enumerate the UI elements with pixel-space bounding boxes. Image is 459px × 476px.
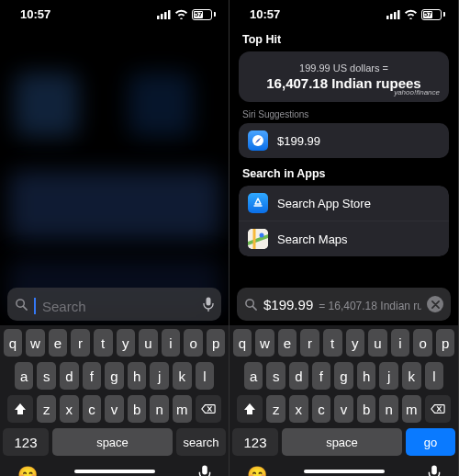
key-l[interactable]: l (196, 362, 215, 390)
search-maps-row[interactable]: Search Maps (239, 221, 449, 256)
keyboard: qwertyuiop asdfghjkl zxcvbnm 123 space s… (0, 325, 229, 476)
key-o[interactable]: o (184, 329, 203, 357)
phone-left: 10:57 57 Search qwertyuiop asdfghjkl zxc… (0, 0, 230, 476)
key-d[interactable]: d (60, 362, 79, 390)
key-q[interactable]: q (4, 329, 23, 357)
currency-conversion-card[interactable]: 199.99 US dollars = 16,407.18 Indian rup… (239, 51, 449, 102)
key-z[interactable]: z (37, 395, 56, 423)
shift-key[interactable] (7, 395, 33, 423)
siri-suggestions-label: Siri Suggestions (242, 109, 445, 119)
key-m[interactable]: m (173, 395, 192, 423)
search-icon (15, 298, 28, 312)
search-app-store-row[interactable]: Search App Store (239, 186, 449, 221)
wifi-icon (174, 9, 188, 19)
key-h[interactable]: h (128, 362, 147, 390)
emoji-key[interactable]: 😊 (17, 465, 38, 476)
key-n[interactable]: n (150, 395, 169, 423)
dictation-key[interactable] (198, 465, 211, 476)
key-w[interactable]: w (26, 329, 45, 357)
key-p[interactable]: p (207, 329, 226, 357)
suggestion-label: $199.99 (277, 134, 320, 148)
key-a[interactable]: a (15, 362, 34, 390)
key-c[interactable]: c (83, 395, 102, 423)
search-key[interactable]: search (176, 428, 226, 456)
status-time: 10:57 (250, 7, 280, 21)
spotlight-search-field[interactable]: Search (7, 288, 221, 321)
conversion-attribution: yahoo!finance (394, 88, 440, 96)
safari-icon (248, 130, 268, 151)
svg-rect-11 (390, 14, 393, 19)
svg-rect-3 (168, 10, 171, 19)
status-bar: 10:57 57 (230, 0, 458, 25)
key-e[interactable]: e (49, 329, 68, 357)
key-t[interactable]: t (94, 329, 113, 357)
numeric-key[interactable]: 123 (3, 428, 49, 456)
battery-icon: 57 (192, 9, 216, 20)
status-bar: 10:57 57 (0, 0, 229, 25)
space-key[interactable]: space (52, 428, 173, 456)
key-x[interactable]: x (60, 395, 79, 423)
svg-rect-1 (161, 14, 163, 19)
battery-icon: 57 (421, 9, 445, 20)
svg-rect-0 (157, 16, 160, 19)
search-placeholder: Search (42, 299, 86, 314)
wifi-icon (404, 9, 418, 19)
key-k[interactable]: k (173, 362, 192, 390)
svg-rect-2 (164, 12, 167, 19)
backspace-key[interactable] (196, 395, 221, 423)
key-s[interactable]: s (37, 362, 56, 390)
conversion-source: 199.99 US dollars = (250, 62, 438, 74)
svg-rect-13 (397, 10, 400, 19)
svg-line-5 (23, 306, 27, 310)
home-indicator[interactable] (74, 470, 155, 473)
svg-rect-10 (386, 16, 389, 19)
key-f[interactable]: f (83, 362, 102, 390)
svg-point-17 (260, 233, 264, 238)
svg-rect-8 (202, 466, 207, 475)
svg-rect-6 (207, 297, 211, 305)
top-hit-label: Top Hit (242, 33, 445, 46)
cellular-icon (157, 10, 171, 19)
key-i[interactable]: i (162, 329, 181, 357)
siri-suggestion-item[interactable]: $199.99 (239, 123, 449, 158)
app-store-icon (248, 193, 268, 213)
key-u[interactable]: u (139, 329, 158, 357)
key-j[interactable]: j (150, 362, 169, 390)
key-y[interactable]: y (117, 329, 136, 357)
search-in-apps-label: Search in Apps (242, 167, 445, 180)
key-b[interactable]: b (128, 395, 147, 423)
svg-rect-12 (394, 12, 397, 19)
key-r[interactable]: r (71, 329, 90, 357)
key-v[interactable]: v (105, 395, 124, 423)
microphone-icon[interactable] (203, 297, 214, 312)
status-time: 10:57 (20, 7, 50, 21)
cellular-icon (386, 10, 400, 19)
phone-right: 10:57 57 Top Hit 199.99 US dollars = 16,… (230, 0, 459, 476)
key-g[interactable]: g (105, 362, 124, 390)
row-label: Search Maps (277, 232, 348, 246)
maps-icon (248, 229, 268, 249)
row-label: Search App Store (277, 197, 371, 210)
